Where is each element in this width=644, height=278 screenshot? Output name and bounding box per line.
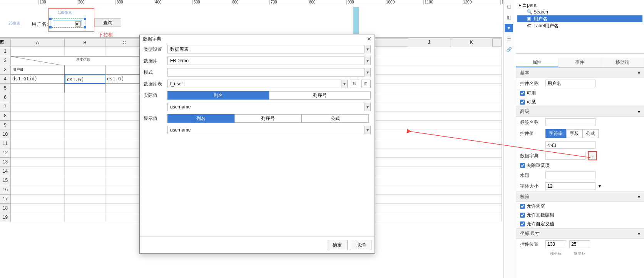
col-header-c[interactable]: C: [105, 39, 143, 47]
position-x-input[interactable]: [545, 240, 566, 248]
selected-cell[interactable]: ds1.G(: [65, 75, 105, 84]
username-combobox[interactable]: ▾: [50, 18, 85, 28]
row-header[interactable]: 14: [0, 167, 11, 176]
row-header[interactable]: 18: [0, 204, 11, 213]
row-header[interactable]: 2: [0, 56, 11, 65]
widget-value-input[interactable]: [545, 141, 595, 149]
param-divider[interactable]: [353, 7, 359, 34]
row-header[interactable]: 19: [0, 213, 11, 222]
type-select[interactable]: 数据库表▾: [167, 45, 371, 53]
table-select[interactable]: t_user▾: [167, 80, 348, 88]
cell[interactable]: ds1.G(id): [11, 75, 65, 84]
chevron-down-icon: ▾: [638, 109, 640, 115]
data-dictionary-browse-button[interactable]: …: [589, 152, 596, 160]
chevron-down-icon: ▾: [638, 194, 640, 200]
display-tab-colname[interactable]: 列名: [167, 114, 234, 123]
tree-node-search[interactable]: 🔍Search: [517, 8, 642, 15]
allow-edit-checkbox[interactable]: 允许直接编辑: [516, 211, 644, 220]
col-header-j[interactable]: J: [408, 38, 450, 47]
tree-node-username[interactable]: ▣用户名: [517, 15, 642, 22]
row-header[interactable]: 4: [0, 75, 11, 84]
section-coord[interactable]: 坐标·尺寸▾: [516, 228, 644, 239]
row-header[interactable]: 11: [0, 139, 11, 148]
crop-icon[interactable]: ◧: [505, 13, 513, 22]
dropdown-icon[interactable]: ▾: [505, 24, 513, 32]
tab-mobile[interactable]: 移动端: [601, 58, 644, 67]
merged-header-cell[interactable]: 基本信息: [11, 56, 143, 65]
actual-tab-colindex[interactable]: 列序号: [269, 91, 371, 100]
ok-button[interactable]: 确定: [327, 240, 348, 250]
row-header[interactable]: 5: [0, 84, 11, 93]
row-header[interactable]: 6: [0, 93, 11, 102]
refresh-icon[interactable]: ↻: [350, 80, 359, 88]
close-icon[interactable]: ✕: [367, 36, 371, 42]
allow-custom-checkbox[interactable]: 允许自定义值: [516, 220, 644, 228]
select-all-corner[interactable]: ◩: [0, 39, 11, 47]
row-header[interactable]: 15: [0, 176, 11, 185]
position-y-input[interactable]: [569, 240, 590, 248]
cell[interactable]: 用户id: [11, 65, 65, 75]
tree-node-label[interactable]: 🏷Label用户名: [517, 22, 642, 29]
value-tab-string[interactable]: 字符串: [545, 129, 566, 138]
chevron-down-icon: ▾: [364, 57, 370, 65]
watermark-input[interactable]: [545, 171, 595, 179]
mode-select[interactable]: ▾: [167, 68, 371, 77]
tab-attributes[interactable]: 属性: [516, 58, 559, 67]
value-tab-formula[interactable]: 公式: [582, 129, 599, 138]
svg-line-0: [11, 57, 65, 65]
row-header[interactable]: 3: [0, 65, 11, 75]
enabled-checkbox[interactable]: 可用: [516, 89, 644, 98]
parameter-panel[interactable]: 130像素 25像素 用户名: ▾ 查询 下拉框: [0, 7, 502, 38]
row-header[interactable]: 9: [0, 121, 11, 130]
display-column-select[interactable]: username▾: [167, 126, 371, 134]
value-tab-field[interactable]: 字段: [566, 129, 582, 138]
widget-name-input[interactable]: [545, 80, 595, 87]
ruler-tick: 300: [115, 0, 123, 5]
database-select[interactable]: FRDemo▾: [167, 57, 371, 65]
section-basic[interactable]: 基本▾: [516, 68, 644, 78]
tab-events[interactable]: 事件: [559, 58, 601, 67]
display-tab-colindex[interactable]: 列序号: [234, 114, 301, 123]
chevron-down-icon: ▾: [364, 126, 370, 134]
row-header[interactable]: 8: [0, 112, 11, 121]
row-header[interactable]: 16: [0, 185, 11, 195]
tree-node-para[interactable]: ▸ 🗀 para: [517, 2, 642, 8]
cell[interactable]: ds1.G(: [105, 75, 143, 84]
row-header[interactable]: 12: [0, 148, 11, 158]
query-button[interactable]: 查询: [94, 18, 121, 27]
col-header-a[interactable]: A: [11, 39, 65, 47]
chevron-down-icon: ▾: [364, 103, 370, 111]
row-header[interactable]: 10: [0, 130, 11, 139]
data-dictionary-input[interactable]: [545, 152, 585, 160]
row-header[interactable]: 17: [0, 195, 11, 204]
ruler-tick: 400: [154, 0, 162, 5]
table-label: 数据库表: [144, 81, 165, 87]
chevron-down-icon[interactable]: ▾: [599, 183, 601, 189]
list-icon[interactable]: ☰: [505, 35, 513, 43]
dedup-checkbox[interactable]: 去除重复项: [516, 161, 644, 170]
row-header[interactable]: 1: [0, 47, 11, 56]
display-value-label: 显示值: [144, 115, 165, 122]
font-size-input[interactable]: [545, 182, 595, 190]
section-validation[interactable]: 校验▾: [516, 191, 644, 202]
preview-icon[interactable]: 🗎: [361, 80, 371, 88]
tag-name-input[interactable]: [545, 118, 595, 126]
ruler-tick: 500: [192, 0, 200, 5]
display-tab-formula[interactable]: 公式: [301, 114, 368, 123]
actual-tab-colname[interactable]: 列名: [167, 91, 269, 100]
data-dictionary-label: 数据字典: [520, 153, 542, 159]
mode-label: 模式: [144, 69, 165, 76]
square-icon[interactable]: ▢: [505, 2, 513, 11]
tag-name-label: 标签名称: [520, 119, 542, 126]
row-header[interactable]: 7: [0, 102, 11, 112]
row-header[interactable]: 13: [0, 158, 11, 167]
section-advanced[interactable]: 高级▾: [516, 107, 644, 117]
cancel-button[interactable]: 取消: [351, 240, 371, 250]
chevron-down-icon[interactable]: ▾: [75, 21, 81, 27]
actual-column-select[interactable]: username▾: [167, 103, 371, 111]
link-icon[interactable]: 🔗: [505, 45, 513, 54]
col-header-k[interactable]: K: [450, 38, 493, 47]
col-header-b[interactable]: B: [65, 39, 105, 47]
allow-empty-checkbox[interactable]: 允许为空: [516, 202, 644, 211]
visible-checkbox[interactable]: 可见: [516, 98, 644, 107]
